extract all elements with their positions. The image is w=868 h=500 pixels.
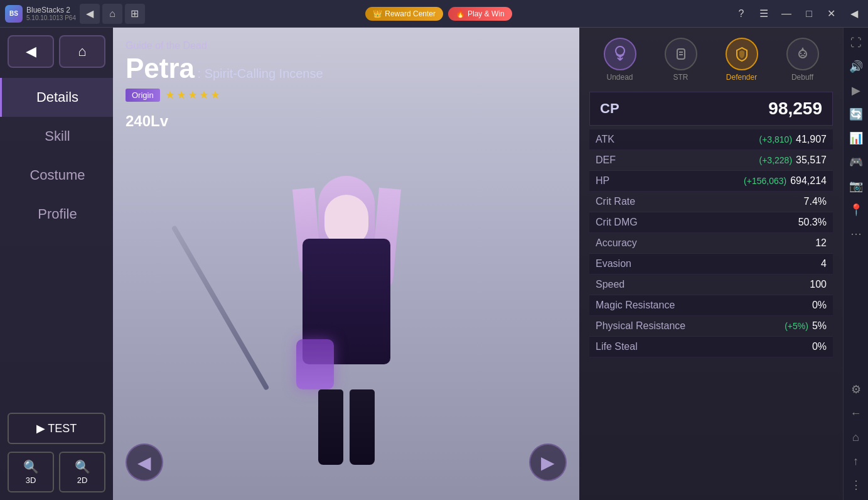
- stat-value-life-steal: 0%: [812, 341, 827, 352]
- character-legs: [315, 364, 378, 465]
- stat-name-hp: HP: [596, 175, 609, 187]
- type-undead[interactable]: Undead: [604, 38, 636, 82]
- undead-label: Undead: [606, 73, 633, 82]
- app-version: 5.10.10.1013 P64: [26, 14, 76, 21]
- rs-camera-icon[interactable]: 📷: [846, 176, 866, 196]
- nav-controls: ◀ ⌂ ⊞: [80, 4, 145, 24]
- char-next-button[interactable]: ▶: [529, 443, 567, 481]
- top-bar-center: 👑 Reward Center 🔥 Play & Win: [365, 7, 512, 21]
- character-header: Guide of the Dead Petra : Spirit-Calling…: [113, 28, 579, 141]
- undead-icon: [611, 45, 629, 63]
- character-name-line: Petra : Spirit-Calling Incense: [126, 53, 567, 84]
- test-button[interactable]: ▶ TEST: [8, 413, 105, 444]
- debuff-icon: [794, 45, 812, 63]
- str-icon: [672, 45, 690, 63]
- type-str[interactable]: STR: [665, 38, 697, 82]
- arrow-right-icon: ▶: [541, 452, 555, 473]
- stat-name-def: DEF: [596, 155, 616, 166]
- stat-row-accuracy: Accuracy 12: [589, 233, 833, 254]
- menu-item-skill[interactable]: Skill: [0, 117, 113, 156]
- menu-item-details[interactable]: Details: [0, 78, 113, 117]
- game-back-button[interactable]: ◀: [8, 35, 54, 68]
- game-home-button[interactable]: ⌂: [59, 35, 105, 68]
- stat-value-phys-res: (+5%)5%: [785, 320, 827, 332]
- app-logo: BS: [5, 5, 23, 23]
- reward-center-button[interactable]: 👑 Reward Center: [365, 7, 443, 21]
- character-subtitle: Guide of the Dead: [126, 40, 567, 52]
- menu-item-profile[interactable]: Profile: [0, 195, 113, 234]
- rs-volume-icon[interactable]: 🔊: [846, 57, 866, 77]
- rs-gamepad-icon[interactable]: 🎮: [846, 152, 866, 172]
- rs-home-icon[interactable]: ⌂: [846, 427, 866, 447]
- top-bar-right: ? ☰ — □ ✕ ◀: [732, 5, 863, 23]
- character-image-area: ◀ ▶: [113, 141, 579, 500]
- left-panel: ◀ ⌂ Details Skill Costume Profile ▶ TEST…: [0, 28, 113, 500]
- minimize-button[interactable]: —: [778, 5, 795, 23]
- rs-stats-icon[interactable]: 📊: [846, 128, 866, 148]
- help-button[interactable]: ?: [732, 5, 750, 23]
- rs-more-icon[interactable]: ⋯: [846, 224, 866, 244]
- char-prev-button[interactable]: ◀: [126, 443, 163, 481]
- svg-point-7: [799, 50, 806, 58]
- sidebar-toggle-button[interactable]: ◀: [845, 5, 863, 23]
- stat-name-atk: ATK: [596, 134, 614, 145]
- app-title: BlueStacks 2: [26, 6, 76, 14]
- character-sprite: [259, 176, 434, 465]
- stat-name-crit-rate: Crit Rate: [596, 196, 635, 207]
- rs-back-icon[interactable]: ←: [846, 403, 866, 423]
- stat-value-crit-dmg: 50.3%: [798, 217, 827, 228]
- rs-rotate-icon[interactable]: 🔄: [846, 104, 866, 124]
- top-bar: BS BlueStacks 2 5.10.10.1013 P64 ◀ ⌂ ⊞ 👑…: [0, 0, 868, 28]
- type-icons-row: Undead STR: [589, 38, 833, 82]
- type-debuff[interactable]: Debuff: [786, 38, 819, 82]
- stat-row-crit-rate: Crit Rate 7.4%: [589, 192, 833, 212]
- character-weapon: : Spirit-Calling Incense: [198, 67, 323, 80]
- fire-icon: 🔥: [456, 9, 465, 18]
- character-stars: ★★★★★: [165, 88, 222, 102]
- play-win-button[interactable]: 🔥 Play & Win: [448, 7, 512, 21]
- stat-name-evasion: Evasion: [596, 258, 631, 269]
- rs-settings-icon[interactable]: ⚙: [846, 379, 866, 399]
- stat-name-magic-res: Magic Resistance: [596, 300, 675, 311]
- arrow-left-icon: ◀: [137, 452, 151, 473]
- stat-row-def: DEF (+3,228)35,517: [589, 150, 833, 171]
- rs-dots-icon[interactable]: ⋮: [846, 475, 866, 495]
- nav-home-button[interactable]: ⌂: [102, 4, 122, 24]
- origin-badge: Origin: [126, 89, 160, 102]
- boot-right: [350, 389, 375, 465]
- cp-value: 98,259: [768, 99, 822, 119]
- close-button[interactable]: ✕: [823, 5, 840, 23]
- rs-location-icon[interactable]: 📍: [846, 200, 866, 220]
- debuff-label: Debuff: [791, 73, 813, 82]
- weapon-staff: [171, 225, 269, 391]
- stat-row-speed: Speed 100: [589, 274, 833, 295]
- stat-value-atk: (+3,810)41,907: [759, 134, 827, 145]
- view-3d-button[interactable]: 🔍 3D: [8, 452, 54, 492]
- menu-button[interactable]: ☰: [755, 5, 773, 23]
- game-area: ◀ ⌂ Details Skill Costume Profile ▶ TEST…: [0, 28, 843, 500]
- stat-value-crit-rate: 7.4%: [804, 196, 827, 207]
- character-face: [324, 195, 368, 245]
- stat-row-crit-dmg: Crit DMG 50.3%: [589, 212, 833, 233]
- stat-row-phys-res: Physical Resistance (+5%)5%: [589, 316, 833, 337]
- stat-value-def: (+3,228)35,517: [759, 155, 827, 166]
- str-label: STR: [673, 73, 689, 82]
- test-button-area: ▶ TEST: [0, 405, 113, 452]
- menu-item-costume[interactable]: Costume: [0, 156, 113, 195]
- rs-fullscreen-icon[interactable]: ⛶: [846, 33, 866, 53]
- view-buttons: 🔍 3D 🔍 2D: [0, 452, 113, 500]
- maximize-button[interactable]: □: [800, 5, 818, 23]
- stats-table: ATK (+3,810)41,907 DEF (+3,228)35,517 HP…: [589, 129, 833, 357]
- stat-value-speed: 100: [810, 279, 827, 290]
- magnify-icon: 🔍: [23, 459, 39, 474]
- nav-back-button[interactable]: ◀: [80, 4, 100, 24]
- stat-row-hp: HP (+156,063)694,214: [589, 171, 833, 192]
- rs-play-icon[interactable]: ▶: [846, 80, 866, 101]
- character-level: 240Lv: [126, 104, 567, 134]
- view-2d-button[interactable]: 🔍 2D: [59, 452, 105, 492]
- rs-share-icon[interactable]: ↑: [846, 451, 866, 471]
- undead-icon-circle: [604, 38, 636, 70]
- nav-multi-button[interactable]: ⊞: [125, 4, 145, 24]
- type-defender[interactable]: Defender: [726, 38, 758, 82]
- stat-row-life-steal: Life Steal 0%: [589, 337, 833, 357]
